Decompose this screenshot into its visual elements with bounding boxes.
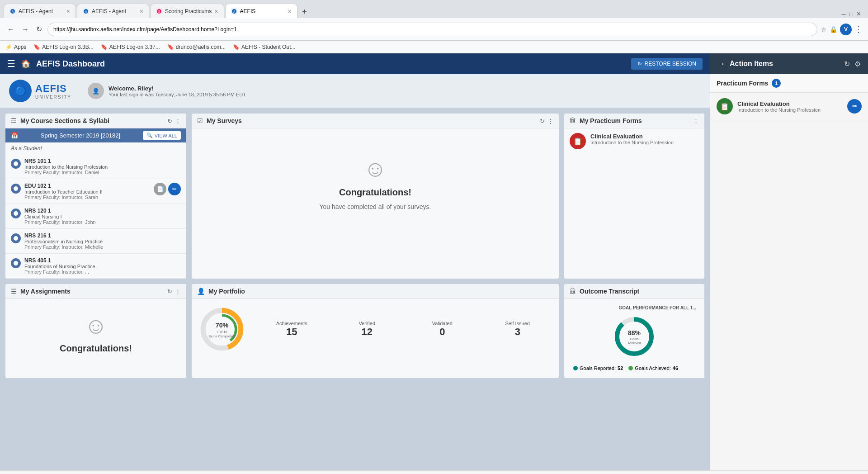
course-dot-nrs216 — [11, 233, 21, 243]
menu-icon[interactable]: ⋮ — [854, 24, 863, 34]
practicum-actions: ⋮ — [693, 118, 699, 124]
goals-reported-value: 52 — [618, 365, 623, 371]
close-window-button[interactable]: × — [857, 10, 861, 18]
restore-session-button[interactable]: ↻ RESTORE SESSION — [631, 58, 703, 70]
tab-2-close[interactable]: × — [140, 8, 143, 15]
tab-2[interactable]: A AEFIS - Agent × — [77, 4, 149, 18]
tab-2-favicon: A — [83, 8, 89, 14]
course-sections-refresh-icon[interactable]: ↻ — [167, 118, 172, 124]
outcome-donut-container: 88% Goals Achieved — [569, 310, 700, 363]
tab-1-close[interactable]: × — [66, 8, 70, 15]
course-dot-nrs101 — [11, 159, 21, 169]
goals-reported-stat: Goals Reported: 52 — [573, 365, 623, 371]
apps-label: Apps — [14, 44, 26, 50]
svg-text:Items Completed: Items Completed — [209, 334, 235, 338]
achievements-label: Achievements — [256, 321, 328, 326]
surveys-more-icon[interactable]: ⋮ — [547, 118, 553, 124]
svg-text:70%: 70% — [216, 322, 229, 329]
assignments-smiley-icon: ☺ — [84, 313, 107, 339]
maximize-button[interactable]: □ — [849, 11, 853, 18]
practicum-more-icon[interactable]: ⋮ — [693, 118, 699, 124]
validated-label: Validated — [406, 321, 478, 326]
portfolio-stat-achievements: Achievements 15 — [256, 321, 328, 338]
practicum-item-info: Clinical Evaluation Introduction to the … — [590, 133, 699, 145]
surveys-congratulations: ☺ Congratulations! You have completed al… — [192, 128, 559, 237]
user-greeting: Welcome, Riley! Your last sign in was Tu… — [108, 85, 246, 97]
bookmark-3-label: drunco@aefis.com... — [176, 44, 226, 50]
surveys-refresh-icon[interactable]: ↻ — [540, 118, 545, 124]
user-avatar[interactable]: V — [840, 24, 852, 35]
bookmark-apps[interactable]: ⚡ Apps — [5, 44, 26, 50]
goals-achieved-dot — [628, 366, 633, 370]
my-portfolio-widget: 👤 My Portfolio — [192, 284, 559, 378]
course-dot-edu102 — [11, 184, 21, 194]
bookmark-3-favicon: 🔖 — [167, 44, 174, 50]
practicum-icon: 🏛 — [570, 117, 576, 124]
surveys-checkbox-icon: ☑ — [197, 117, 203, 124]
tab-4[interactable]: A AEFIS × — [225, 4, 297, 18]
tab-4-close[interactable]: × — [288, 8, 291, 15]
assignments-title: My Assignments — [20, 288, 164, 295]
view-all-icon: 🔍 — [146, 133, 153, 138]
bookmark-aefis-1[interactable]: 🔖 AEFIS Log-on 3.3B... — [33, 44, 93, 50]
star-icon[interactable]: ☆ — [821, 26, 827, 33]
bookmark-1-favicon: 🔖 — [33, 44, 40, 50]
tab-3[interactable]: S Scoring Practicums × — [150, 4, 224, 18]
course-code-nrs101: NRS 101 1 — [24, 158, 181, 164]
action-panel-body: Practicum Forms 1 📋 Clinical Evaluation … — [710, 74, 868, 120]
portfolio-donut-svg: 70% 7 of 10 Items Completed — [197, 304, 247, 354]
outcome-header: 🏛 Outcome Transcript — [564, 284, 704, 299]
faculty-name-edu102: Instructor, Sarah — [62, 194, 99, 200]
course-edit-button-edu102[interactable]: ✏ — [168, 183, 181, 195]
action-settings-button[interactable]: ⚙ — [854, 60, 861, 68]
assignments-more-icon[interactable]: ⋮ — [175, 288, 181, 295]
bookmark-drunco[interactable]: 🔖 drunco@aefis.com... — [167, 44, 226, 50]
extension-icon[interactable]: 🔒 — [830, 26, 837, 33]
user-info: 👤 Welcome, Riley! Your last sign in was … — [88, 83, 246, 99]
outcome-transcript-widget: 🏛 Outcome Transcript GOAL PERFORMANCE FO… — [564, 284, 704, 378]
assignments-refresh-icon[interactable]: ↻ — [167, 288, 172, 295]
course-sections-more-icon[interactable]: ⋮ — [175, 118, 181, 124]
assignments-header: ☰ My Assignments ↻ ⋮ — [5, 284, 186, 299]
minimize-button[interactable]: ─ — [842, 11, 846, 18]
svg-text:88%: 88% — [628, 329, 641, 337]
faculty-name: Instructor, Daniel — [62, 170, 99, 175]
home-icon[interactable]: 🏠 — [21, 59, 31, 69]
surveys-actions: ↻ ⋮ — [540, 118, 553, 124]
bookmark-aefis-2[interactable]: 🔖 AEFIS Log-on 3.37... — [101, 44, 160, 50]
bookmark-1-label: AEFIS Log-on 3.3B... — [42, 44, 93, 50]
course-info-edu102: EDU 102 1 Introduction to Teacher Educat… — [24, 183, 150, 200]
assignments-actions: ↻ ⋮ — [167, 288, 181, 295]
practicum-item-icon: 📋 — [570, 133, 586, 149]
reload-button[interactable]: ↻ — [34, 23, 44, 35]
back-button[interactable]: ← — [5, 24, 16, 35]
portfolio-donut: 70% 7 of 10 Items Completed — [197, 304, 247, 354]
my-assignments-widget: ☰ My Assignments ↻ ⋮ ☺ Congratulations! — [5, 284, 186, 378]
svg-text:S: S — [158, 10, 160, 13]
semester-icon: 📅 — [11, 132, 18, 139]
new-tab-button[interactable]: + — [298, 5, 311, 18]
tab-3-close[interactable]: × — [214, 8, 218, 15]
semester-header: 📅 Spring Semester 2019 [20182] 🔍 VIEW AL… — [5, 128, 186, 142]
action-refresh-button[interactable]: ↻ — [844, 60, 850, 68]
hamburger-menu[interactable]: ☰ — [7, 58, 15, 69]
course-faculty-nrs101: Primary Faculty: Instructor, Daniel — [24, 170, 181, 175]
svg-text:A: A — [12, 10, 14, 13]
address-input[interactable] — [47, 23, 817, 36]
bookmark-student[interactable]: 🔖 AEFIS - Student Out... — [233, 44, 295, 50]
course-sections-widget: ☰ My Course Sections & Syllabi ↻ ⋮ 📅 Spr… — [5, 114, 186, 279]
tab-3-favicon: S — [156, 8, 162, 14]
portfolio-stat-selfissued: Self Issued 3 — [482, 321, 554, 338]
bookmark-2-label: AEFIS Log-on 3.37... — [109, 44, 160, 50]
action-item-title: Clinical Evaluation — [737, 100, 843, 107]
tab-bar: A AEFIS - Agent × A AEFIS - Agent × S Sc… — [0, 0, 868, 18]
action-edit-button[interactable]: ✏ — [847, 99, 862, 114]
practicum-forms-section: Practicum Forms 1 — [710, 74, 868, 93]
tab-4-favicon: A — [231, 8, 237, 14]
validated-value: 0 — [406, 326, 478, 338]
course-doc-button-edu102[interactable]: 📄 — [154, 183, 166, 195]
view-all-button[interactable]: 🔍 VIEW ALL — [143, 131, 181, 140]
tab-1[interactable]: A AEFIS - Agent × — [4, 4, 76, 18]
course-item-edu102: EDU 102 1 Introduction to Teacher Educat… — [5, 179, 186, 204]
forward-button[interactable]: → — [20, 24, 31, 35]
